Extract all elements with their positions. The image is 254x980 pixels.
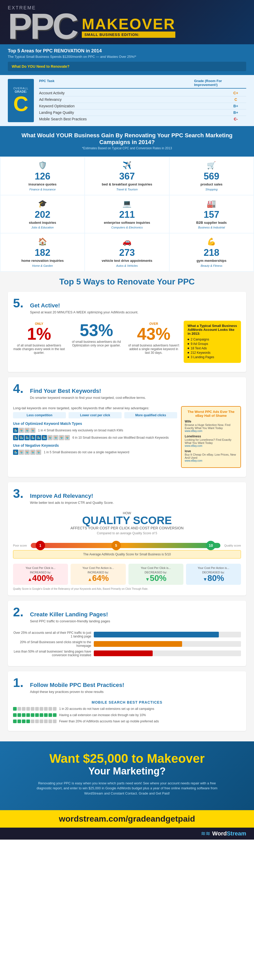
qs-result-0-label: Your Cost Per Click is... xyxy=(16,566,65,570)
qs-note: Quality Score is Google's Grade of the R… xyxy=(13,587,241,590)
stat-43pct: OVER 43% of small business advertisers h… xyxy=(128,322,180,355)
lp-bars: Over 25% of accounts send all of their P… xyxy=(13,631,241,657)
qs-result-2-pct: ▼50% xyxy=(131,574,181,582)
bullet-icon xyxy=(187,356,189,358)
store-icon-empty: 🏪 xyxy=(30,428,35,433)
hos-item-2-title: love xyxy=(185,449,237,453)
stat-label-8: gym memberships xyxy=(197,259,226,263)
typical-account-item-4: 3 Landing Pages xyxy=(187,355,237,359)
what-would-subtitle: *Estimates Based on Typical CPC and Conv… xyxy=(8,146,246,150)
active-stats-row: ONLY 1% of all small business advertiser… xyxy=(13,322,180,355)
section-3-number: 3. xyxy=(13,487,24,500)
stat-card-3: 🎓 202 student inquiries Jobs & Education xyxy=(0,196,84,233)
neg-icon-e4: 🏪 xyxy=(30,450,35,455)
dot-gray-7 xyxy=(44,707,48,711)
qs-marker-10: 10 xyxy=(206,541,216,550)
grade-row-5: Mobile Search Best Practices C- xyxy=(39,116,246,122)
grade-row-4: Landing Page Quality B+ xyxy=(39,110,246,116)
stat-number-2: 569 xyxy=(204,172,219,181)
qs-result-0: Your Cost Per Click is... INCREASED by: … xyxy=(13,564,68,585)
stat-label-3: student inquiries xyxy=(29,221,56,225)
section-3-block: 3. Improve Ad Relevancy! Write better te… xyxy=(8,482,246,595)
section-2-subtitle: Send PPC traffic to conversion-friendly … xyxy=(30,619,110,623)
adv-0: Less competition xyxy=(13,412,66,418)
stat-category-5: Business & Industrial xyxy=(198,226,225,229)
stat-label-4: enterprise software inquiries xyxy=(104,221,150,225)
store-icon-empty: 🏪 xyxy=(24,428,30,433)
hos-item-1: Loneliness Looking for Loneliness? Find … xyxy=(185,434,237,447)
edition-badge: SMALL BUSINESS EDITION: xyxy=(82,32,175,38)
match-row-0: 🏪 🏪 🏪 🏪 1 in 4 Small Businesses rely exc… xyxy=(13,428,177,433)
typical-account-title: What a Typical Small Business AdWords Ac… xyxy=(187,324,237,336)
section-1-number: 1. xyxy=(13,676,24,689)
stat-label-6: home renovation inquiries xyxy=(21,259,64,263)
store-icon-e7: 🏪 xyxy=(48,435,52,440)
neg-kw-row-0: 🏪 🏪 🏪 🏪 🏪 1 in 5 Small Businesses do not… xyxy=(13,450,177,455)
store-icons-1: 🏪 🏪 🏪 🏪 🏪 🏪 🏪 🏪 🏪 🏪 xyxy=(13,435,70,440)
cta-subtitle: Your Marketing? xyxy=(8,765,246,777)
store-icon-f4: 🏪 xyxy=(30,435,35,440)
stat-label-2: product sales xyxy=(201,182,223,186)
grade-section: OVERALL GRADE: C PPC Task Grade (Room Fo… xyxy=(0,75,254,127)
top5-ways-title: Top 5 Ways to Renovate Your PPC xyxy=(8,277,246,286)
stat-label-1: bed & breakfast guest inquiries xyxy=(102,182,152,186)
stat-category-8: Beauty & Fitness xyxy=(201,264,222,267)
stat-category-7: Autos & Vehicles xyxy=(116,264,138,267)
makeover-title: MAKEOVER xyxy=(82,16,175,32)
stat-number-1: 367 xyxy=(119,172,135,181)
lp-bar-0-container xyxy=(94,632,241,638)
match-row-1-text: 6 in 10 Small Businesses do not use Modi… xyxy=(72,436,169,439)
section-2-title: Create Killer Landing Pages! xyxy=(30,611,110,618)
mobile-row-0: 1 in 20 accounts do not have call extens… xyxy=(13,707,241,711)
hos-item-1-text: Looking for Loneliness? Find Exactly Wha… xyxy=(185,438,237,444)
qs-scale-bar: 1 5 10 xyxy=(31,543,221,548)
stat-number-7: 273 xyxy=(119,248,135,258)
hos-item-0-url: www.eBay.com xyxy=(185,430,237,433)
section-1-subtitle: Adopt these key practices proven to show… xyxy=(30,690,124,694)
stat-icon-2: 🛒 xyxy=(207,161,216,170)
qs-label-right: Quality score xyxy=(224,544,241,547)
match-row-1: 🏪 🏪 🏪 🏪 🏪 🏪 🏪 🏪 🏪 🏪 6 in 10 Small Busine… xyxy=(13,435,177,440)
hos-item-0-title: Wife xyxy=(185,420,237,423)
neg-store-icons: 🏪 🏪 🏪 🏪 🏪 xyxy=(13,450,41,455)
mobile-row-2-text: Fewer than 20% of AdWords accounts have … xyxy=(59,719,159,723)
stat-icon-3: 🎓 xyxy=(38,199,47,208)
renovation-title: Top 5 Areas for PPC RENOVATION in 2014 xyxy=(8,48,246,54)
qs-result-1-label: Your Cost Per Action is... xyxy=(73,566,123,570)
stat-card-7: 🚗 273 vehicle test drive appointments Au… xyxy=(85,234,169,271)
section-4-number: 4. xyxy=(13,382,24,395)
cta-section: Want $25,000 to Makeover Your Marketing?… xyxy=(0,741,254,810)
section-3-title: Improve Ad Relevancy! xyxy=(30,493,114,500)
typical-account-item-0: 2 Campaigns xyxy=(187,337,237,341)
stat-53pct: 53% of small business advertisers do Ad … xyxy=(70,322,122,347)
pct-53-desc: of small business advertisers do Ad Opti… xyxy=(70,340,122,347)
header-section: Extreme PPC MAKEOVER SMALL BUSINESS EDIT… xyxy=(0,0,254,44)
stat-label-5: B2B supplier leads xyxy=(196,221,227,225)
qs-result-0-pct: ▲400% xyxy=(16,574,65,582)
stat-icon-5: 🏭 xyxy=(207,199,216,208)
stat-card-8: 💪 218 gym memberships Beauty & Fitness xyxy=(170,234,254,271)
section-2-number: 2. xyxy=(13,606,24,619)
overall-label: OVERALL xyxy=(13,87,29,90)
grade-col-header: Grade (Room For Improvement!) xyxy=(194,79,246,87)
section-4-subtitle: Do smarter keyword research to find your… xyxy=(30,396,146,399)
qs-marker-5: 5 xyxy=(111,541,121,550)
stat-category-4: Computers & Electronics xyxy=(111,226,143,229)
cta-url: wordstream.com/gradeandgetpaid xyxy=(8,814,246,824)
pct-1-value: 1% xyxy=(13,326,65,342)
grade-table: PPC Task Grade (Room For Improvement!) A… xyxy=(39,79,246,122)
stat-card-0: 🛡️ 126 insurance quotes Finance & Insura… xyxy=(0,157,84,195)
section-2-block: 2. Create Killer Landing Pages! Send PPC… xyxy=(8,601,246,666)
dot-gray-3 xyxy=(26,707,30,711)
lp-bar-1-container xyxy=(94,641,241,647)
cta-desc: Renovating your PPC is easy when you kno… xyxy=(36,781,218,796)
bullet-icon xyxy=(187,343,189,345)
store-icon-f3: 🏪 xyxy=(24,435,30,440)
lp-bar-1: 20% of Small Businesses send clicks stra… xyxy=(13,640,241,648)
cta-url-bar[interactable]: wordstream.com/gradeandgetpaid xyxy=(0,810,254,827)
stat-icon-0: 🛡️ xyxy=(38,161,47,170)
bullet-icon xyxy=(187,352,189,353)
lp-bar-1-label: 20% of Small Businesses send clicks stra… xyxy=(13,640,91,648)
overall-grade-block: OVERALL GRADE: C xyxy=(8,79,34,122)
stat-number-5: 157 xyxy=(204,210,219,220)
